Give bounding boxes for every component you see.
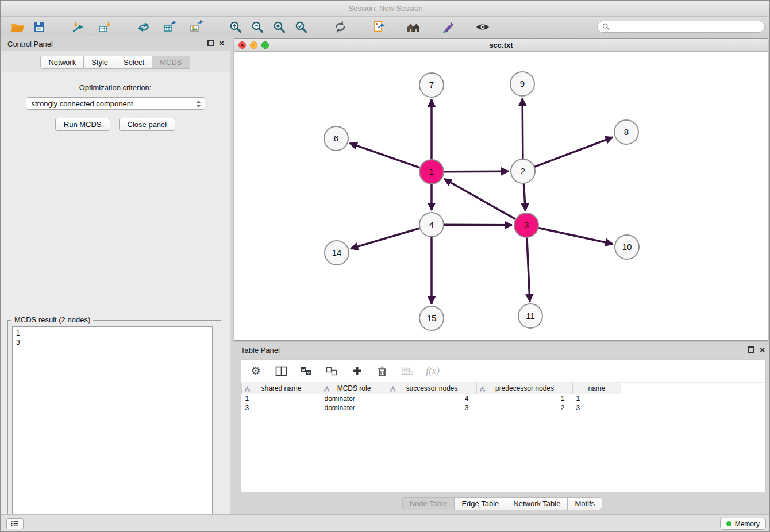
network-window-title: scc.txt [489,41,513,49]
cell-name[interactable]: 1 [573,394,621,403]
window-zoom-button[interactable] [261,41,269,49]
trash-icon [376,365,388,377]
cell-mcds-role[interactable]: dominator [321,403,387,413]
column-tree-icon [244,386,251,392]
edge-2-3[interactable] [523,183,525,211]
table-row[interactable]: 3 dominator 3 2 3 [242,403,766,413]
cell-name[interactable]: 3 [573,403,621,413]
column-header-predecessor-nodes[interactable]: predecessor nodes [477,383,573,394]
delete-table-button[interactable] [399,363,416,380]
node-label-7: 7 [429,80,434,90]
application-window: Session: New Session [0,0,770,532]
show-graphics-details-button[interactable] [472,18,494,36]
tab-network-table[interactable]: Network Table [506,497,568,510]
table-row[interactable]: 1 dominator 4 1 1 [242,394,766,403]
control-panel-float-button[interactable] [207,40,214,46]
deselect-all-rows-button[interactable] [323,363,340,380]
edge-2-8[interactable] [534,137,613,167]
cell-shared-name[interactable]: 1 [242,394,321,403]
export-to-web-button[interactable] [368,18,390,36]
tab-motifs[interactable]: Motifs [568,497,602,510]
edge-4-14[interactable] [351,228,420,249]
export-network-button[interactable] [133,18,155,36]
network-canvas[interactable]: 7968124310141511 [234,52,768,340]
edge-1-6[interactable] [350,143,421,168]
window-minimize-button[interactable] [250,41,257,49]
apply-style-button[interactable] [437,18,459,36]
traffic-lights [238,41,269,49]
mcds-result-item[interactable]: 1 [16,329,209,338]
zoom-in-icon [229,20,242,34]
import-network-button[interactable] [67,18,89,36]
export-image-button[interactable] [186,18,207,36]
table-panel-body: ⚙ f(x) [241,359,766,492]
task-history-button[interactable] [6,518,24,529]
refresh-network-button[interactable] [329,18,351,36]
cell-predecessor-nodes[interactable]: 1 [477,394,573,403]
cell-shared-name[interactable]: 3 [242,403,321,413]
import-table-button[interactable] [94,18,116,36]
column-header-shared-name[interactable]: shared name [242,383,321,394]
add-column-button[interactable] [348,363,365,380]
select-all-rows-button[interactable] [298,363,315,380]
edge-3-1[interactable] [444,179,516,219]
table-settings-button[interactable]: ⚙ [247,363,264,380]
edge-3-10[interactable] [538,228,613,244]
node-label-2: 2 [521,166,525,176]
optimization-criterion-select[interactable]: strongly connected component [26,97,205,110]
mcds-result-list[interactable]: 1 3 [12,326,213,532]
tab-edge-table[interactable]: Edge Table [455,497,506,510]
node-label-1: 1 [429,167,434,176]
search-field[interactable] [597,21,765,33]
tab-style[interactable]: Style [84,56,116,69]
zoom-selected-button[interactable] [290,18,312,36]
close-panel-button[interactable]: Close panel [119,118,176,131]
column-header-successor-nodes[interactable]: successor nodes [387,383,477,394]
column-header-mcds-role[interactable]: MCDS role [321,383,387,394]
edge-3-11[interactable] [527,237,530,302]
memory-button[interactable]: Memory [720,518,766,530]
table-panel-float-button[interactable] [748,346,754,353]
show-column-button[interactable] [272,363,290,380]
save-session-button[interactable] [28,18,50,36]
export-page-icon [372,20,386,34]
edge-2-9[interactable] [522,98,523,159]
open-session-button[interactable] [6,18,28,36]
table-panel-close-button[interactable]: × [760,346,765,353]
column-tree-icon [324,386,330,392]
network-view-window: scc.txt 7968124310141511 [234,38,768,341]
network-window-titlebar[interactable]: scc.txt [234,39,768,52]
run-mcds-button[interactable]: Run MCDS [55,118,110,131]
tab-mcds[interactable]: MCDS [152,56,190,69]
cell-successor-nodes[interactable]: 4 [387,394,477,403]
cell-successor-nodes[interactable]: 3 [387,403,477,413]
search-input[interactable] [613,23,760,31]
tab-select[interactable]: Select [116,56,152,69]
folder-open-icon [10,21,25,33]
deselect-all-icon [326,366,337,376]
first-neighbors-button[interactable] [403,18,425,36]
zoom-fit-button[interactable] [268,18,290,36]
edge-4-3[interactable] [444,225,512,225]
fx-icon: f(x) [426,365,440,377]
zoom-out-button[interactable] [247,18,268,36]
tab-node-table[interactable]: Node Table [402,497,455,510]
optimization-criterion-label: Optimization criterion: [1,83,230,92]
tab-network[interactable]: Network [40,56,84,69]
delete-table-icon [401,366,414,376]
columns-icon [275,365,287,377]
control-panel-close-button[interactable]: × [219,40,224,46]
function-builder-button[interactable]: f(x) [424,363,441,380]
edge-1-2[interactable] [444,171,509,172]
window-close-button[interactable] [238,41,246,49]
window-titlebar[interactable]: Session: New Session [1,1,770,17]
zoom-in-button[interactable] [225,18,247,36]
column-header-name[interactable]: name [573,383,621,394]
delete-column-button[interactable] [374,363,391,380]
mcds-result-item[interactable]: 3 [16,338,209,347]
node-table: shared name MCDS role successor nodes pr… [241,383,765,413]
cell-predecessor-nodes[interactable]: 2 [477,403,573,413]
export-table-button[interactable] [159,18,181,36]
node-label-14: 14 [332,248,342,257]
cell-mcds-role[interactable]: dominator [321,394,387,403]
